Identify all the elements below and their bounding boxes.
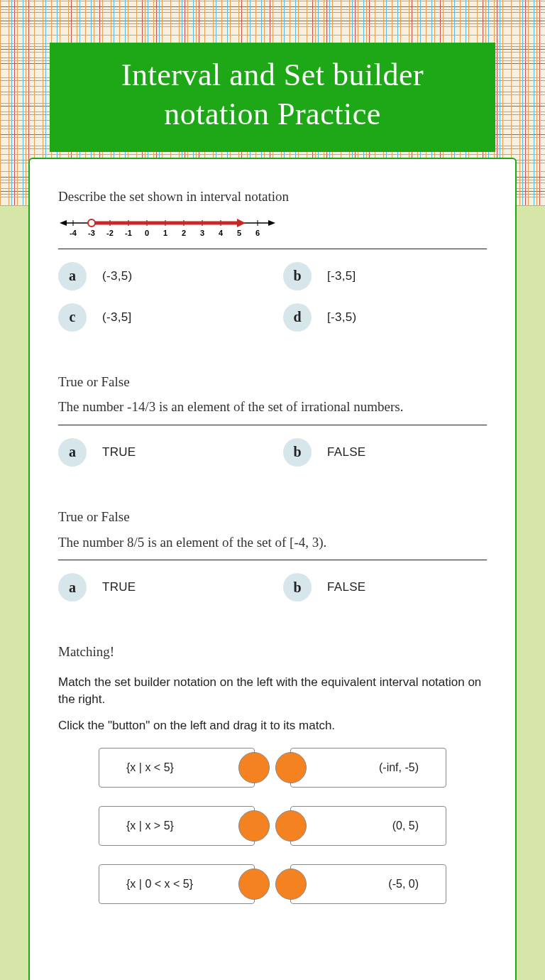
match-rows: {x | x < 5} (-inf, -5) {x | x > 5} (0, 5… bbox=[58, 748, 487, 904]
match-left-2[interactable]: {x | x > 5} bbox=[99, 806, 255, 846]
q3-options: a TRUE b FALSE bbox=[58, 573, 487, 601]
drag-handle-icon[interactable] bbox=[238, 869, 270, 900]
q1-options: a (-3,5) b [-3,5] c (-3,5] d [-3,5) bbox=[58, 262, 487, 332]
match-left-1[interactable]: {x | x < 5} bbox=[99, 748, 255, 788]
match-left-text: {x | x < 5} bbox=[126, 761, 174, 774]
svg-point-26 bbox=[88, 219, 95, 227]
q4-lead: Matching! bbox=[58, 643, 487, 661]
option-bubble-c: c bbox=[58, 303, 87, 332]
option-text: TRUE bbox=[102, 445, 136, 459]
option-bubble-b: b bbox=[283, 438, 312, 467]
option-bubble-a: a bbox=[58, 438, 87, 467]
match-left-text: {x | x > 5} bbox=[126, 820, 174, 832]
drag-handle-icon[interactable] bbox=[238, 810, 270, 842]
q2-options: a TRUE b FALSE bbox=[58, 438, 487, 467]
svg-text:-2: -2 bbox=[106, 229, 114, 237]
drop-target-icon[interactable] bbox=[275, 752, 307, 783]
q2-option-a[interactable]: a TRUE bbox=[58, 438, 262, 467]
option-text: (-3,5) bbox=[102, 269, 132, 283]
worksheet-card: Describe the set shown in interval notat… bbox=[28, 158, 517, 980]
svg-text:0: 0 bbox=[145, 229, 149, 237]
match-row-2: {x | x > 5} (0, 5) bbox=[58, 806, 487, 846]
drag-handle-icon[interactable] bbox=[238, 752, 270, 783]
question-4: Matching! Match the set builder notation… bbox=[58, 643, 487, 904]
q4-instruction-1: Match the set builder notation on the le… bbox=[58, 674, 487, 709]
q2-option-b[interactable]: b FALSE bbox=[283, 438, 487, 467]
svg-marker-27 bbox=[237, 219, 246, 227]
number-line-image: -4-3-2-10123456 bbox=[58, 213, 487, 239]
option-text: FALSE bbox=[327, 445, 365, 459]
option-bubble-a: a bbox=[58, 262, 87, 290]
q1-prompt: Describe the set shown in interval notat… bbox=[58, 187, 487, 206]
match-right-3[interactable]: (-5, 0) bbox=[290, 864, 446, 904]
divider bbox=[58, 249, 487, 249]
svg-text:5: 5 bbox=[237, 229, 241, 237]
q1-option-a[interactable]: a (-3,5) bbox=[58, 262, 262, 290]
svg-text:-3: -3 bbox=[88, 229, 95, 237]
svg-text:-4: -4 bbox=[70, 229, 77, 237]
option-text: TRUE bbox=[102, 580, 136, 594]
match-left-text: {x | 0 < x < 5} bbox=[126, 878, 193, 891]
drop-target-icon[interactable] bbox=[275, 869, 307, 900]
svg-text:1: 1 bbox=[163, 229, 167, 237]
match-row-3: {x | 0 < x < 5} (-5, 0) bbox=[58, 864, 487, 904]
svg-text:2: 2 bbox=[182, 229, 186, 237]
svg-text:4: 4 bbox=[219, 229, 224, 237]
q1-option-c[interactable]: c (-3,5] bbox=[58, 303, 262, 332]
option-text: [-3,5) bbox=[327, 310, 356, 325]
match-row-1: {x | x < 5} (-inf, -5) bbox=[58, 748, 487, 788]
match-left-3[interactable]: {x | 0 < x < 5} bbox=[99, 864, 255, 904]
svg-marker-1 bbox=[60, 220, 67, 226]
svg-marker-2 bbox=[268, 220, 275, 226]
option-bubble-d: d bbox=[283, 303, 312, 332]
match-right-2[interactable]: (0, 5) bbox=[290, 806, 446, 846]
drop-target-icon[interactable] bbox=[275, 810, 307, 842]
match-right-text: (0, 5) bbox=[392, 820, 419, 832]
svg-text:6: 6 bbox=[255, 229, 260, 237]
match-right-text: (-5, 0) bbox=[388, 878, 419, 891]
svg-text:-1: -1 bbox=[125, 229, 132, 237]
q3-lead: True or False bbox=[58, 508, 487, 526]
q4-instruction-2: Click the "button" on the left and drag … bbox=[58, 717, 487, 735]
option-text: FALSE bbox=[327, 580, 365, 594]
page-title: Interval and Set builder notation Practi… bbox=[71, 55, 474, 134]
question-3: True or False The number 8/5 is an eleme… bbox=[58, 508, 487, 601]
option-text: (-3,5] bbox=[102, 310, 131, 325]
option-bubble-b: b bbox=[283, 262, 312, 290]
title-banner: Interval and Set builder notation Practi… bbox=[50, 43, 495, 152]
q1-option-d[interactable]: d [-3,5) bbox=[283, 303, 487, 332]
q3-option-a[interactable]: a TRUE bbox=[58, 573, 262, 601]
option-bubble-b: b bbox=[283, 573, 312, 601]
q3-option-b[interactable]: b FALSE bbox=[283, 573, 487, 601]
q1-option-b[interactable]: b [-3,5] bbox=[283, 262, 487, 290]
svg-text:3: 3 bbox=[200, 229, 204, 237]
match-right-text: (-inf, -5) bbox=[379, 761, 419, 774]
option-text: [-3,5] bbox=[327, 269, 356, 283]
match-right-1[interactable]: (-inf, -5) bbox=[290, 748, 446, 788]
divider bbox=[58, 560, 487, 560]
question-1: Describe the set shown in interval notat… bbox=[58, 187, 487, 332]
q2-prompt: The number -14/3 is an element of the se… bbox=[58, 398, 487, 416]
option-bubble-a: a bbox=[58, 573, 87, 601]
question-2: True or False The number -14/3 is an ele… bbox=[58, 373, 487, 467]
q2-lead: True or False bbox=[58, 373, 487, 391]
divider bbox=[58, 425, 487, 425]
q3-prompt: The number 8/5 is an element of the set … bbox=[58, 533, 487, 552]
